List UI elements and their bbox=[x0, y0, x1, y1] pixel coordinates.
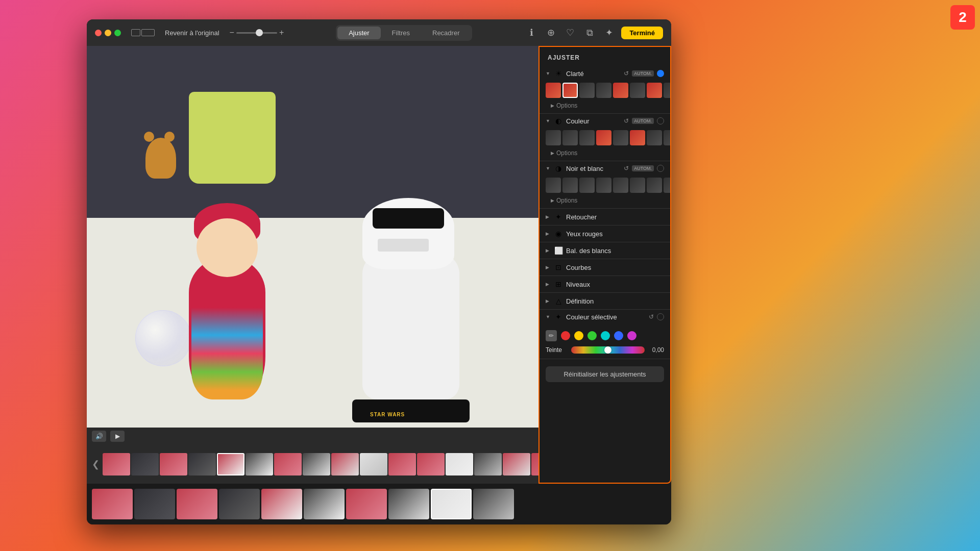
section-noir-blanc-header[interactable]: ▼ ◑ Noir et blanc ↺ AUTOM. bbox=[540, 161, 670, 176]
bottom-thumb-active[interactable] bbox=[431, 489, 472, 519]
swatch-magenta[interactable] bbox=[627, 331, 636, 340]
swatch-red[interactable] bbox=[561, 331, 570, 340]
slider-track[interactable] bbox=[236, 32, 277, 34]
bottom-thumb-7[interactable] bbox=[346, 489, 387, 519]
bottom-thumb-5[interactable] bbox=[261, 489, 302, 519]
section-niveaux-header[interactable]: ▶ ⊞ Niveaux bbox=[540, 276, 670, 292]
clarte-thumb-6[interactable] bbox=[630, 83, 645, 98]
couleur-options[interactable]: ▶ Options bbox=[540, 148, 670, 161]
clarte-thumb-1[interactable] bbox=[546, 83, 561, 98]
couleur-thumb-3[interactable] bbox=[579, 130, 595, 145]
couleur-thumb-1[interactable] bbox=[546, 130, 561, 145]
auto-badge-2[interactable]: AUTOM. bbox=[632, 118, 654, 124]
bottom-thumb-10[interactable] bbox=[473, 489, 514, 519]
close-button[interactable] bbox=[95, 30, 102, 36]
thumb-13[interactable] bbox=[446, 453, 473, 475]
bottom-thumb-3[interactable] bbox=[177, 489, 217, 519]
section-retoucher-header[interactable]: ▶ ✦ Retoucher bbox=[540, 209, 670, 225]
swatch-cyan[interactable] bbox=[601, 331, 610, 340]
undo-icon-4[interactable]: ↺ bbox=[649, 313, 654, 320]
fullscreen-button[interactable] bbox=[114, 30, 121, 36]
zoom-slider[interactable]: − + bbox=[230, 28, 284, 37]
nb-thumb-1[interactable] bbox=[546, 178, 561, 193]
couleur-thumb-6[interactable] bbox=[630, 130, 645, 145]
thumb-9[interactable] bbox=[331, 453, 359, 475]
bottom-thumb-2[interactable] bbox=[134, 489, 175, 519]
clarte-thumb-2-selected[interactable] bbox=[562, 83, 578, 98]
noir-blanc-options[interactable]: ▶ Options bbox=[540, 196, 670, 208]
nb-thumb-2[interactable] bbox=[562, 178, 578, 193]
duplicate-button[interactable]: ⧉ bbox=[582, 26, 597, 40]
clarte-thumb-4[interactable] bbox=[596, 83, 611, 98]
section-definition-header[interactable]: ▶ △ Définition bbox=[540, 293, 670, 309]
thumb-16[interactable] bbox=[531, 453, 538, 475]
couleur-thumb-7[interactable] bbox=[647, 130, 662, 145]
swatch-yellow[interactable] bbox=[574, 331, 583, 340]
thumb-7[interactable] bbox=[274, 453, 302, 475]
heart-button[interactable]: ♡ bbox=[563, 26, 577, 40]
clarte-thumb-5[interactable] bbox=[613, 83, 628, 98]
nb-thumb-7[interactable] bbox=[647, 178, 662, 193]
thumb-4[interactable] bbox=[188, 453, 216, 475]
info-button[interactable]: ℹ bbox=[524, 26, 538, 40]
thumb-10[interactable] bbox=[360, 453, 387, 475]
undo-icon-3[interactable]: ↺ bbox=[624, 165, 629, 172]
auto-badge-3[interactable]: AUTOM. bbox=[632, 165, 654, 171]
undo-icon-2[interactable]: ↺ bbox=[624, 117, 629, 124]
nb-thumb-6[interactable] bbox=[630, 178, 645, 193]
clarte-thumbs bbox=[540, 81, 670, 101]
thumb-11[interactable] bbox=[388, 453, 416, 475]
clarte-thumb-8[interactable] bbox=[664, 83, 670, 98]
thumb-12[interactable] bbox=[417, 453, 445, 475]
reset-adjustments-button[interactable]: Réinitialiser les ajustements bbox=[546, 366, 664, 382]
thumb-1[interactable] bbox=[103, 453, 130, 475]
section-couleur-header[interactable]: ▼ ◐ Couleur ↺ AUTOM. bbox=[540, 114, 670, 128]
thumb-15[interactable] bbox=[503, 453, 530, 475]
zoom-plus-icon[interactable]: + bbox=[279, 28, 284, 37]
clarte-thumb-7[interactable] bbox=[647, 83, 662, 98]
bottom-thumb-4[interactable] bbox=[219, 489, 260, 519]
bottom-thumb-8[interactable] bbox=[388, 489, 429, 519]
section-yeux-header[interactable]: ▶ ◉ Yeux rouges bbox=[540, 226, 670, 242]
swatch-blue[interactable] bbox=[614, 331, 623, 340]
couleur-thumb-8[interactable] bbox=[664, 130, 670, 145]
teinte-slider[interactable] bbox=[571, 346, 645, 354]
clarte-options[interactable]: ▶ Options bbox=[540, 101, 670, 113]
nb-thumb-8[interactable] bbox=[664, 178, 670, 193]
undo-icon[interactable]: ↺ bbox=[624, 70, 629, 77]
revert-button[interactable]: Revenir à l'original bbox=[165, 29, 219, 37]
couleur-thumb-4[interactable] bbox=[596, 130, 611, 145]
swatch-green[interactable] bbox=[587, 331, 597, 340]
pencil-tool-button[interactable]: ✏ bbox=[546, 330, 557, 341]
auto-badge[interactable]: AUTOM. bbox=[632, 70, 654, 77]
tab-recadrer[interactable]: Recadrer bbox=[421, 27, 471, 39]
minimize-button[interactable] bbox=[105, 30, 111, 36]
filmstrip-left-nav[interactable]: ❮ bbox=[90, 459, 102, 470]
clarte-thumb-3[interactable] bbox=[579, 83, 595, 98]
bottom-thumb-1[interactable] bbox=[92, 489, 133, 519]
section-courbes-header[interactable]: ▶ ⊡ Courbes bbox=[540, 259, 670, 276]
done-button[interactable]: Terminé bbox=[621, 27, 663, 39]
couleur-thumb-5[interactable] bbox=[613, 130, 628, 145]
thumb-14[interactable] bbox=[474, 453, 502, 475]
play-button[interactable]: ▶ bbox=[110, 431, 125, 442]
thumb-8[interactable] bbox=[303, 453, 330, 475]
tab-ajuster[interactable]: Ajuster bbox=[337, 27, 380, 39]
thumb-5-active[interactable] bbox=[217, 453, 244, 475]
section-clarte-header[interactable]: ▼ ☀ Clarté ↺ AUTOM. bbox=[540, 66, 670, 81]
tab-filtres[interactable]: Filtres bbox=[381, 27, 421, 39]
nb-thumb-4[interactable] bbox=[596, 178, 611, 193]
nb-thumb-5[interactable] bbox=[613, 178, 628, 193]
share-button[interactable]: ⊕ bbox=[544, 26, 558, 40]
zoom-minus-icon[interactable]: − bbox=[230, 28, 234, 37]
section-bal-header[interactable]: ▶ ⬜ Bal. des blancs bbox=[540, 242, 670, 259]
couleur-thumb-2[interactable] bbox=[562, 130, 578, 145]
bottom-thumb-6[interactable] bbox=[304, 489, 345, 519]
magic-button[interactable]: ✦ bbox=[602, 26, 616, 40]
thumb-3[interactable] bbox=[160, 453, 187, 475]
section-selective-header[interactable]: ▼ ✦ Couleur sélective ↺ bbox=[540, 310, 670, 324]
thumb-6[interactable] bbox=[246, 453, 273, 475]
speaker-button[interactable]: 🔊 bbox=[92, 431, 106, 442]
nb-thumb-3[interactable] bbox=[579, 178, 595, 193]
thumb-2[interactable] bbox=[131, 453, 159, 475]
